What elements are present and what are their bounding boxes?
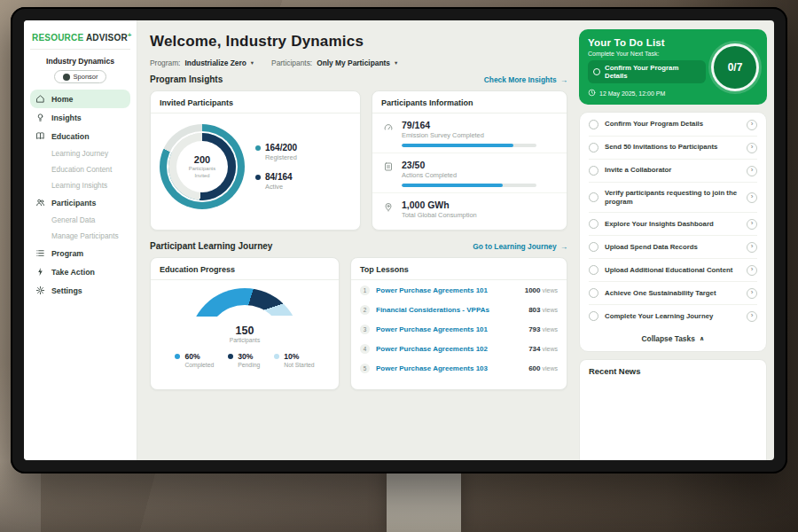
sidebar-item-label: Participants <box>51 199 96 207</box>
chevron-right-icon[interactable]: › <box>747 219 757 230</box>
lesson-link[interactable]: Financial Considerations - VPPAs <box>376 306 522 314</box>
sponsor-badge[interactable]: Sponsor <box>54 70 107 83</box>
lesson-row[interactable]: 5 Power Purchase Agreements 103 600views <box>351 358 567 378</box>
sidebar-item-learning-insights[interactable]: Learning Insights <box>30 177 130 193</box>
lesson-link[interactable]: Power Purchase Agreements 103 <box>376 364 522 372</box>
sidebar-item-take-action[interactable]: Take Action <box>30 262 130 281</box>
legend-value: 30% <box>238 352 253 361</box>
filters: Program: Industrialize Zero ▾ Participan… <box>150 59 567 67</box>
sponsor-icon <box>63 74 70 81</box>
checkbox-icon[interactable] <box>589 192 598 202</box>
go-to-learning-journey-link[interactable]: Go to Learning Journey → <box>473 242 567 251</box>
legend-value: 84/164 <box>265 172 293 182</box>
sidebar-item-education[interactable]: Education <box>30 127 130 145</box>
link-label: Go to Learning Journey <box>473 242 556 251</box>
pin-icon <box>383 201 394 212</box>
sidebar-item-home[interactable]: Home <box>30 90 130 108</box>
sidebar-item-participants[interactable]: Participants <box>30 193 130 212</box>
sidebar-item-program[interactable]: Program <box>30 244 130 262</box>
lesson-row[interactable]: 3 Power Purchase Agreements 101 793views <box>351 319 567 339</box>
legend-value: 164/200 <box>265 143 297 153</box>
views-unit: views <box>542 307 558 313</box>
checkbox-icon[interactable] <box>589 120 598 129</box>
sidebar-item-manage-participants[interactable]: Manage Participants <box>30 228 130 244</box>
collapse-tasks-button[interactable]: Collapse Tasks ∧ <box>589 327 757 351</box>
sidebar-item-education-content[interactable]: Education Content <box>30 161 130 177</box>
lightbulb-icon <box>35 113 46 122</box>
program-select[interactable]: Program: Industrialize Zero ▾ <box>150 59 254 67</box>
sidebar-item-settings[interactable]: Settings <box>30 281 130 300</box>
task-row-verify-participants[interactable]: Verify participants requesting to join t… <box>589 183 757 213</box>
checkbox-icon[interactable] <box>589 288 598 298</box>
legend-item: 164/200 Registered <box>255 143 297 161</box>
page-title: Welcome, Industry Dynamics <box>150 33 567 51</box>
program-label: Program: <box>150 59 180 67</box>
checkbox-icon[interactable] <box>589 265 598 275</box>
app-logo: RESOURCE ADVISOR+ <box>30 27 130 50</box>
task-row-confirm-program-details[interactable]: Confirm Your Program Details › <box>589 113 757 137</box>
donut-center-label: Participants Invited <box>184 166 221 178</box>
lesson-row[interactable]: 1 Power Purchase Agreements 101 1000view… <box>351 280 567 300</box>
participants-select[interactable]: Participants: Only My Participants ▾ <box>271 59 397 67</box>
lesson-rank: 3 <box>360 325 370 334</box>
chevron-right-icon[interactable]: › <box>747 242 757 253</box>
education-gauge-chart: 150 Participants 60% Completed 30% <box>151 280 339 379</box>
lesson-row[interactable]: 4 Power Purchase Agreements 102 734views <box>351 339 567 358</box>
list-icon <box>35 248 46 258</box>
task-row-invite-collaborator[interactable]: Invite a Collaborator › <box>589 160 757 183</box>
checkbox-icon[interactable] <box>589 219 598 229</box>
legend-value: 60% <box>184 352 200 361</box>
lesson-link[interactable]: Power Purchase Agreements 101 <box>376 286 519 294</box>
checkbox-icon[interactable] <box>589 143 598 153</box>
chevron-right-icon[interactable]: › <box>747 311 757 322</box>
sidebar-item-general-data[interactable]: General Data <box>30 212 130 228</box>
checkbox-icon[interactable] <box>589 311 598 321</box>
section-title: Program Insights <box>150 74 223 84</box>
task-row-explore-insights[interactable]: Explore Your Insights Dashboard › <box>589 213 757 236</box>
chevron-right-icon[interactable]: › <box>747 265 757 276</box>
sidebar-item-learning-journey[interactable]: Learning Journey <box>30 145 130 161</box>
sidebar-item-label: Program <box>51 249 83 258</box>
checkbox-icon[interactable] <box>589 166 598 176</box>
radio-icon <box>593 68 600 75</box>
todo-subtitle: Complete Your Next Task: <box>588 51 706 57</box>
task-label: Upload Additional Educational Content <box>605 266 740 275</box>
task-row-complete-learning-journey[interactable]: Complete Your Learning Journey › <box>589 305 757 327</box>
stat-label: Emission Survey Completed <box>402 131 536 139</box>
card-title: Education Progress <box>151 258 339 280</box>
task-row-upload-spend-data[interactable]: Upload Spend Data Records › <box>589 236 757 259</box>
stat-label: Actions Completed <box>402 171 536 179</box>
sidebar-item-insights[interactable]: Insights <box>30 108 130 127</box>
legend-label: Completed <box>184 362 214 368</box>
invited-legend: 164/200 Registered 84/164 Active <box>255 143 297 191</box>
legend-dot-not-started <box>274 354 279 359</box>
book-icon <box>35 131 46 141</box>
task-row-achieve-sustainability-target[interactable]: Achieve One Sustainability Target › <box>589 282 757 305</box>
task-label: Confirm Your Program Details <box>605 120 740 129</box>
learning-journey-cards: Education Progress 150 Participants 60% <box>150 257 567 390</box>
lesson-row[interactable]: 2 Financial Considerations - VPPAs 803vi… <box>351 300 567 319</box>
lesson-rank: 2 <box>360 305 370 315</box>
todo-due: 12 May 2025, 12:00 PM <box>588 89 706 98</box>
task-row-upload-educational-content[interactable]: Upload Additional Educational Content › <box>589 259 757 282</box>
lesson-views: 734 <box>528 345 540 353</box>
chevron-right-icon[interactable]: › <box>747 143 757 153</box>
chevron-right-icon[interactable]: › <box>747 192 757 203</box>
todo-next-task[interactable]: Confirm Your Program Details <box>588 60 706 83</box>
chevron-right-icon[interactable]: › <box>747 288 757 299</box>
sidebar-nav: Home Insights Education Learning Journey… <box>30 90 130 300</box>
sidebar-item-label: Insights <box>51 113 82 122</box>
lesson-link[interactable]: Power Purchase Agreements 101 <box>376 325 522 333</box>
lesson-link[interactable]: Power Purchase Agreements 102 <box>376 345 522 353</box>
sidebar-item-label: Take Action <box>51 268 95 277</box>
chevron-right-icon[interactable]: › <box>747 166 757 176</box>
stat-global-consumption: 1,000 GWh Total Global Consumption <box>372 192 567 224</box>
gauge-center-value: 150 <box>236 325 254 337</box>
checkbox-icon[interactable] <box>589 242 598 252</box>
legend-item: 10% Not Started <box>274 352 314 379</box>
check-more-insights-link[interactable]: Check More Insights → <box>484 75 567 84</box>
task-row-send-invitations[interactable]: Send 50 Invitations to Participants › <box>589 137 757 160</box>
card-title: Invited Participants <box>151 91 360 113</box>
chevron-right-icon[interactable]: › <box>747 120 757 130</box>
task-label: Send 50 Invitations to Participants <box>605 143 740 152</box>
